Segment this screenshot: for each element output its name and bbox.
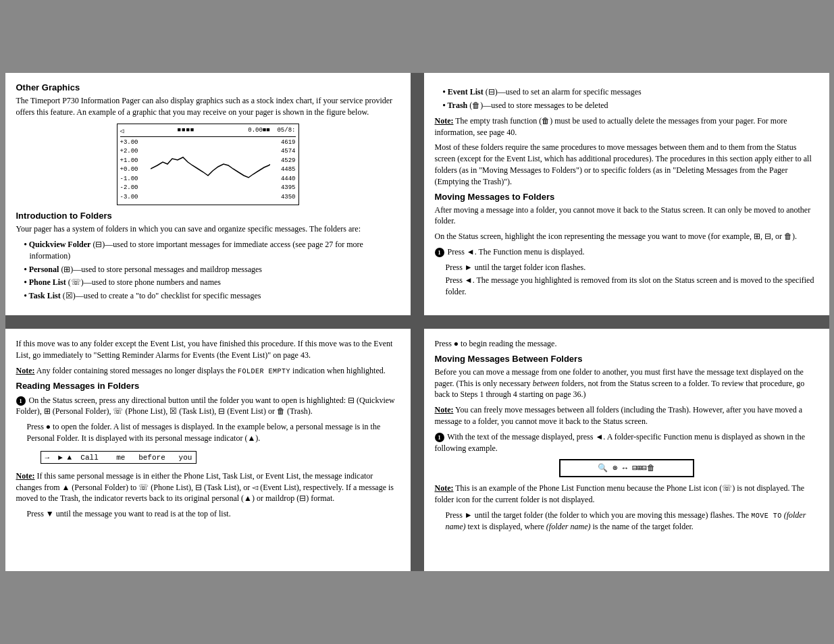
bl-step-1-text: On the Status screen, press any directio… (16, 396, 395, 417)
chart-right-4: 4485 (270, 165, 296, 175)
step-1-block: 1 Press ◄. The Function menu is displaye… (435, 246, 818, 258)
chart-svg (151, 138, 270, 199)
moving-para1: After moving a message into a folder, yo… (435, 205, 818, 227)
chart-right-6: 4395 (270, 184, 296, 193)
br-substep-1: Press ► until the target folder (the fol… (446, 510, 818, 533)
chart-label-4: +0.00 (120, 165, 151, 175)
bl-substep-2: Press ▼ until the message you want to re… (27, 508, 400, 520)
call-display-box: → ▶ ▲ Call me before you (41, 451, 197, 464)
step-1-text: Press ◄. The Function menu is displayed. (448, 247, 585, 257)
br-para1: Press ● to begin reading the message. (435, 338, 818, 350)
function-menu-display: 🔍 ⊗ ↔ ⊟⊞⊟🗑 (559, 459, 694, 477)
bullet-trash: Trash (🗑)—used to store messages to be d… (443, 100, 818, 111)
bl-note-label: Note: (16, 366, 35, 375)
panel-bottom-right: Press ● to begin reading the message. Mo… (424, 329, 829, 571)
chart-label-5: -1.00 (120, 175, 151, 184)
chart-label-2: +2.00 (120, 147, 151, 157)
bullet-personal: Personal (⊞)—used to store personal mess… (24, 264, 400, 275)
br-step-1-block: 1 With the text of the message displayed… (435, 431, 818, 454)
panel-bottom-left: If this move was to any folder except th… (5, 329, 411, 571)
chart-label-3: +1.00 (120, 157, 151, 166)
chart-label-7: -3.00 (120, 193, 151, 203)
procedures-para: Most of these folders require the same p… (435, 142, 818, 187)
section-title-graphics: Other Graphics (16, 82, 400, 92)
panel-top-right: Event List (⊟)—used to set an alarm for … (424, 73, 829, 315)
section-title-reading: Reading Messages in Folders (16, 381, 400, 391)
br-note2: Note: This is an example of the Phone Li… (435, 483, 818, 506)
graphics-intro: The Timeport P730 Information Pager can … (16, 95, 400, 118)
chart-right-7: 4350 (270, 193, 296, 203)
section-title-between-folders: Moving Messages Between Folders (435, 354, 818, 364)
chart-header: ◁ ■■■■ 0.00■■ 05/8: (120, 127, 296, 137)
chart-right-3: 4529 (270, 157, 296, 166)
chart-label-1: +3.00 (120, 138, 151, 148)
section-title-moving: Moving Messages to Folders (435, 192, 818, 202)
bl-step-1-block: 1 On the Status screen, press any direct… (16, 395, 400, 418)
bl-note2: Note: If this same personal message is i… (16, 471, 400, 504)
bl-para1: If this move was to any folder except th… (16, 338, 400, 361)
tr-bullet-list: Event List (⊟)—used to set an alarm for … (443, 86, 818, 111)
chart-right-1: 4619 (270, 138, 296, 148)
br-step-number-1: 1 (435, 433, 444, 442)
bullet-tasklist: Task List (☒)—used to create a "to do" c… (24, 290, 400, 302)
step-number-1: 1 (435, 248, 444, 257)
chart-nav-left: ◁ (120, 127, 124, 135)
bullet-eventlist: Event List (⊟)—used to set an alarm for … (443, 86, 818, 98)
bullet-quickview: Quickview Folder (⊟)—used to store impor… (24, 239, 400, 262)
call-display-container: → ▶ ▲ Call me before you (27, 448, 400, 466)
stock-chart: ◁ ■■■■ 0.00■■ 05/8: +3.00 +2.00 +1.00 +0… (117, 124, 299, 206)
br-note1-label: Note: (435, 405, 454, 414)
divider-vertical-bottom (411, 329, 424, 571)
move-to-indicator: MOVE TO (751, 512, 782, 520)
divider-vertical-top (411, 73, 424, 315)
chart-right-2: 4574 (270, 147, 296, 157)
chart-right-5: 4440 (270, 175, 296, 184)
note-label: Note: (435, 116, 454, 126)
section-title-folders: Introduction to Folders (16, 211, 400, 221)
bl-note2-label: Note: (16, 471, 35, 481)
chart-body: +3.00 +2.00 +1.00 +0.00 -1.00 -2.00 -3.0… (120, 138, 296, 203)
chart-right-labels: 4619 4574 4529 4485 4440 4395 4350 (270, 138, 296, 203)
br-note1: Note: You can freely move messages betwe… (435, 404, 818, 427)
moving-para2: On the Status screen, highlight the icon… (435, 231, 818, 242)
chart-left-labels: +3.00 +2.00 +1.00 +0.00 -1.00 -2.00 -3.0… (120, 138, 151, 203)
bl-step-number-1: 1 (16, 396, 26, 406)
bl-note1: Note: Any folder containing stored messa… (16, 365, 400, 377)
page-container: Other Graphics The Timeport P730 Informa… (5, 73, 829, 571)
divider-horizontal (5, 315, 829, 329)
chart-graph-area (151, 138, 270, 199)
substep-1b: Press ◄. The message you highlighted is … (446, 275, 818, 298)
trash-note: Note: The empty trash function (🗑) must … (435, 115, 818, 138)
substep-1a: Press ► until the target folder icon fla… (446, 262, 818, 273)
folder-empty-indicator: FOLDER EMPTY (238, 368, 290, 375)
chart-title: ■■■■ (178, 127, 195, 135)
br-note2-label: Note: (435, 483, 454, 493)
bullet-phonelist: Phone List (☏)—used to store phone numbe… (24, 277, 400, 288)
chart-label-6: -2.00 (120, 184, 151, 193)
panel-top-left: Other Graphics The Timeport P730 Informa… (5, 73, 411, 315)
br-para2: Before you can move a message from one f… (435, 367, 818, 400)
br-step-1-text: With the text of the message displayed, … (435, 432, 806, 453)
folders-intro: Your pager has a system of folders in wh… (16, 223, 400, 235)
bl-substep-1a: Press ● to open the folder. A list of me… (27, 421, 400, 444)
folders-bullet-list: Quickview Folder (⊟)—used to store impor… (24, 239, 400, 302)
chart-info: 0.00■■ 05/8: (248, 127, 295, 135)
